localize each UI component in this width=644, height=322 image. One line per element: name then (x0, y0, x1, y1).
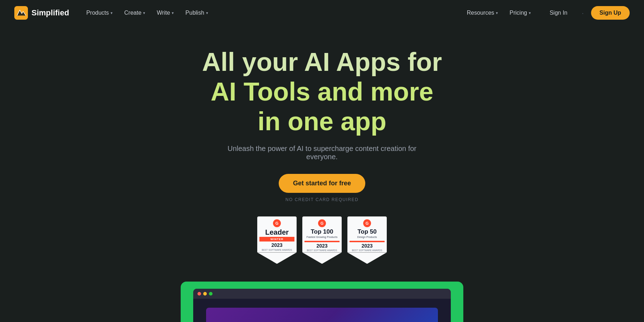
sign-in-button[interactable]: Sign In (542, 7, 575, 19)
navbar: Simplified Products ▾ Create ▾ Write ▾ P… (0, 0, 644, 26)
hero-title-line1: All your AI Apps for (202, 47, 442, 77)
badge-bottom-text: BEST SOFTWARE AWARDS (307, 249, 337, 252)
preview-content (193, 299, 451, 322)
chevron-down-icon: ▾ (206, 11, 208, 15)
logo[interactable]: Simplified (14, 6, 69, 20)
badge-subtitle-text: Fastest Growing Products (307, 235, 337, 239)
nav-item-write[interactable]: Write ▾ (152, 7, 178, 19)
badge-year: 2023 (361, 243, 372, 249)
chevron-down-icon: ▾ (143, 11, 145, 15)
chevron-down-icon: ▾ (496, 11, 498, 15)
hero-subtitle: Unleash the power of AI to supercharge c… (215, 145, 429, 161)
badge-shield-point (257, 252, 297, 264)
badge-year: 2023 (271, 242, 282, 248)
preview-inner-ui (206, 308, 438, 322)
nav-item-products[interactable]: Products ▾ (82, 7, 117, 19)
badges-container: G Leader WINTER 2023 BEST SOFTWARE AWARD… (257, 216, 387, 264)
logo-icon (14, 6, 28, 20)
nav-divider: · (582, 9, 584, 17)
badge-leader: G Leader WINTER 2023 BEST SOFTWARE AWARD… (257, 216, 297, 264)
logo-text: Simplified (31, 8, 69, 18)
nav-item-resources[interactable]: Resources ▾ (463, 7, 502, 19)
titlebar-expand-dot (209, 292, 213, 296)
badge-type-text: Leader (265, 229, 289, 236)
badge-top100: G Top 100 Fastest Growing Products 2023 … (302, 216, 342, 264)
g2-logo-icon: G (363, 219, 371, 227)
sign-up-button[interactable]: Sign Up (591, 6, 630, 20)
badge-shield-body: G Top 100 Fastest Growing Products 2023 … (302, 216, 342, 252)
g2-logo-icon: G (273, 219, 281, 227)
badge-shield-point (347, 252, 387, 264)
badge-ribbon (350, 241, 385, 242)
no-credit-card-text: NO CREDIT CARD REQUIRED (286, 197, 358, 202)
badge-top50: G Top 50 Design Products 2023 BEST SOFTW… (347, 216, 387, 264)
hero-title-line2: AI Tools and more (202, 77, 442, 107)
cta-button[interactable]: Get started for free (279, 174, 365, 193)
nav-item-publish[interactable]: Publish ▾ (181, 7, 212, 19)
chevron-down-icon: ▾ (529, 11, 531, 15)
badge-shield-body: G Top 50 Design Products 2023 BEST SOFTW… (347, 216, 387, 252)
badge-type-text: Top 100 (311, 229, 333, 235)
product-preview (181, 282, 463, 322)
nav-right-links: Resources ▾ Pricing ▾ (463, 7, 535, 19)
badge-subtitle-text: Design Products (357, 235, 377, 239)
nav-item-create[interactable]: Create ▾ (120, 7, 150, 19)
badge-type-text: Top 50 (357, 229, 377, 235)
nav-right: Resources ▾ Pricing ▾ Sign In · Sign Up (463, 6, 630, 20)
titlebar-minimize-dot (203, 292, 207, 296)
chevron-down-icon: ▾ (172, 11, 174, 15)
badge-shield-point (302, 252, 342, 264)
titlebar-close-dot (197, 292, 201, 296)
badge-shield-body: G Leader WINTER 2023 BEST SOFTWARE AWARD… (257, 216, 297, 252)
nav-left: Simplified Products ▾ Create ▾ Write ▾ P… (14, 6, 213, 20)
badge-ribbon: WINTER (259, 237, 294, 241)
hero-title: All your AI Apps for AI Tools and more i… (202, 47, 442, 136)
preview-titlebar (193, 289, 451, 299)
badge-bottom-text: BEST SOFTWARE AWARDS (262, 249, 292, 251)
hero-section: All your AI Apps for AI Tools and more i… (0, 26, 644, 322)
nav-menu: Products ▾ Create ▾ Write ▾ Publish ▾ (82, 7, 213, 19)
g2-logo-icon: G (318, 219, 326, 227)
nav-item-pricing[interactable]: Pricing ▾ (505, 7, 535, 19)
badge-bottom-text: BEST SOFTWARE AWARDS (352, 249, 382, 252)
chevron-down-icon: ▾ (111, 11, 113, 15)
hero-title-line3: in one app (202, 107, 442, 136)
badge-year: 2023 (316, 243, 327, 249)
preview-window (193, 289, 451, 322)
badge-ribbon (304, 241, 340, 242)
